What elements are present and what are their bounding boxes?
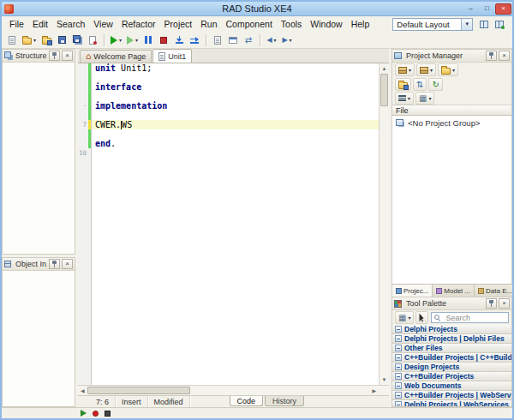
save-all-button[interactable]: [69, 33, 85, 48]
palette-selection-button[interactable]: ▦▾: [395, 311, 414, 324]
palette-category-c-builder-projects[interactable]: C++Builder Projects: [392, 372, 511, 381]
code-line-3[interactable]: interface: [92, 82, 379, 92]
palette-category-design-projects[interactable]: Design Projects: [392, 363, 511, 372]
tool-palette-close-button[interactable]: ×: [499, 298, 510, 309]
close-file-button[interactable]: [85, 33, 100, 48]
macro-record-button[interactable]: [93, 411, 99, 417]
gutter-row[interactable]: [78, 139, 91, 148]
save-layout-button[interactable]: [492, 16, 507, 32]
minimize-button[interactable]: –: [463, 3, 479, 15]
run-without-debugging-button[interactable]: ▾: [124, 33, 140, 48]
project-manager-close-button[interactable]: ×: [499, 51, 510, 61]
maximize-button[interactable]: □: [479, 3, 495, 15]
palette-category-other-files[interactable]: Other Files: [392, 344, 511, 353]
close-button[interactable]: ×: [495, 3, 511, 15]
project-tree-item[interactable]: <No Project Group>: [394, 117, 510, 129]
gutter-row[interactable]: 10: [78, 148, 91, 158]
gutter-row[interactable]: [78, 111, 91, 120]
pm-targets-button[interactable]: ▾: [416, 63, 436, 76]
step-over-button[interactable]: [187, 33, 202, 48]
code-line-7[interactable]: CWER.WS: [92, 120, 379, 129]
horizontal-scroll-thumb[interactable]: [87, 387, 190, 394]
open-project-button[interactable]: [39, 33, 54, 48]
apply-layout-button[interactable]: [476, 16, 492, 32]
open-file-button[interactable]: ▾: [20, 33, 39, 48]
trace-into-button[interactable]: [171, 33, 187, 48]
gutter-row[interactable]: [78, 63, 91, 73]
code-line-5[interactable]: implementation: [92, 101, 379, 111]
code-line-4[interactable]: [92, 92, 379, 101]
pm-sort-button[interactable]: ▾: [395, 92, 414, 105]
menu-item-tools[interactable]: Tools: [277, 16, 307, 32]
browse-forward-button[interactable]: ▶▾: [279, 33, 295, 48]
editor-tab-welcome-page[interactable]: ⌂Welcome Page: [80, 50, 152, 63]
macro-stop-button[interactable]: [105, 411, 111, 417]
menu-item-edit[interactable]: Edit: [28, 16, 52, 32]
code-line-10[interactable]: [92, 148, 379, 158]
scroll-up-button[interactable]: ▲: [382, 63, 387, 74]
palette-cursor-button[interactable]: [415, 311, 428, 324]
palette-category-delphi-projects-delphi-files[interactable]: Delphi Projects | Delphi Files: [392, 334, 511, 344]
code-line-2[interactable]: [92, 73, 379, 82]
browse-back-button[interactable]: ◀▾: [264, 33, 279, 48]
object-inspector-pin-button[interactable]: [49, 259, 60, 269]
code-line-1[interactable]: unit Unit1;: [92, 63, 379, 73]
scroll-left-button[interactable]: ◀: [78, 388, 87, 393]
toggle-form-unit-button[interactable]: ⇄: [241, 33, 256, 48]
menu-item-help[interactable]: Help: [347, 16, 374, 32]
gutter-row[interactable]: 7: [78, 120, 91, 129]
project-manager-pin-button[interactable]: [486, 51, 497, 61]
palette-category-delphi-projects[interactable]: Delphi Projects: [392, 325, 511, 334]
scroll-down-button[interactable]: ▼: [382, 375, 387, 385]
program-reset-button[interactable]: [156, 33, 171, 48]
palette-category-delphi-projects-webservices[interactable]: Delphi Projects | WebServices: [392, 400, 511, 406]
run-button[interactable]: ▾: [108, 33, 124, 48]
code-line-8[interactable]: [92, 129, 379, 139]
object-inspector-close-button[interactable]: ×: [62, 259, 73, 269]
panel-tab-data-e[interactable]: Data E...: [475, 285, 514, 297]
palette-category-c-builder-projects-webservi[interactable]: C++Builder Projects | WebServi...: [392, 391, 511, 400]
menu-item-run[interactable]: Run: [196, 16, 221, 32]
menu-item-file[interactable]: File: [5, 16, 28, 32]
vertical-scroll-thumb[interactable]: [380, 74, 388, 106]
pm-new-button[interactable]: ▾: [395, 63, 415, 76]
code-line-6[interactable]: [92, 111, 379, 120]
combobox-arrow-icon[interactable]: ▾: [461, 19, 472, 30]
menu-item-search[interactable]: Search: [52, 16, 89, 32]
tool-palette-pin-button[interactable]: [486, 298, 497, 309]
gutter-row[interactable]: [78, 92, 91, 101]
editor-view-tab-history[interactable]: History: [265, 396, 304, 406]
gutter-row[interactable]: [78, 129, 91, 139]
pm-activate-button[interactable]: ▾: [438, 63, 458, 76]
layout-combobox[interactable]: Default Layout ▾: [392, 18, 473, 31]
pause-button[interactable]: [140, 33, 156, 48]
palette-category-c-builder-projects-c-build[interactable]: C++Builder Projects | C++Build...: [392, 353, 511, 363]
panel-tab-model[interactable]: Model ...: [433, 285, 475, 297]
structure-pin-button[interactable]: [49, 51, 60, 61]
menu-item-view[interactable]: View: [89, 16, 117, 32]
menu-item-refactor[interactable]: Refactor: [117, 16, 160, 32]
new-items-button[interactable]: [4, 33, 20, 48]
palette-category-web-documents[interactable]: Web Documents: [392, 381, 511, 391]
panel-tab-projec[interactable]: Projec...: [392, 285, 433, 297]
save-button[interactable]: [54, 33, 69, 48]
tool-palette-search-input[interactable]: [444, 313, 505, 323]
gutter-row[interactable]: [78, 73, 91, 82]
view-unit-button[interactable]: [210, 33, 225, 48]
gutter-row[interactable]: [78, 82, 91, 92]
pm-build-button[interactable]: [395, 78, 411, 91]
editor-code[interactable]: unit Unit1;interfaceimplementationCWER.W…: [92, 63, 379, 385]
menu-item-window[interactable]: Window: [306, 16, 346, 32]
menu-item-project[interactable]: Project: [160, 16, 197, 32]
pm-refresh-button[interactable]: ↻: [428, 78, 442, 91]
menu-item-component[interactable]: Component: [222, 16, 277, 32]
scroll-right-button[interactable]: ▶: [369, 388, 379, 393]
structure-close-button[interactable]: ×: [62, 51, 73, 61]
macro-play-button[interactable]: [81, 410, 87, 417]
editor-view-tab-code[interactable]: Code: [230, 396, 264, 406]
gutter-row[interactable]: ·: [78, 101, 91, 111]
pm-sync-button[interactable]: ⇅: [413, 78, 427, 91]
view-form-button[interactable]: [225, 33, 241, 48]
pm-views-button[interactable]: ▦▾: [415, 92, 434, 105]
code-line-9[interactable]: end.: [92, 139, 379, 148]
